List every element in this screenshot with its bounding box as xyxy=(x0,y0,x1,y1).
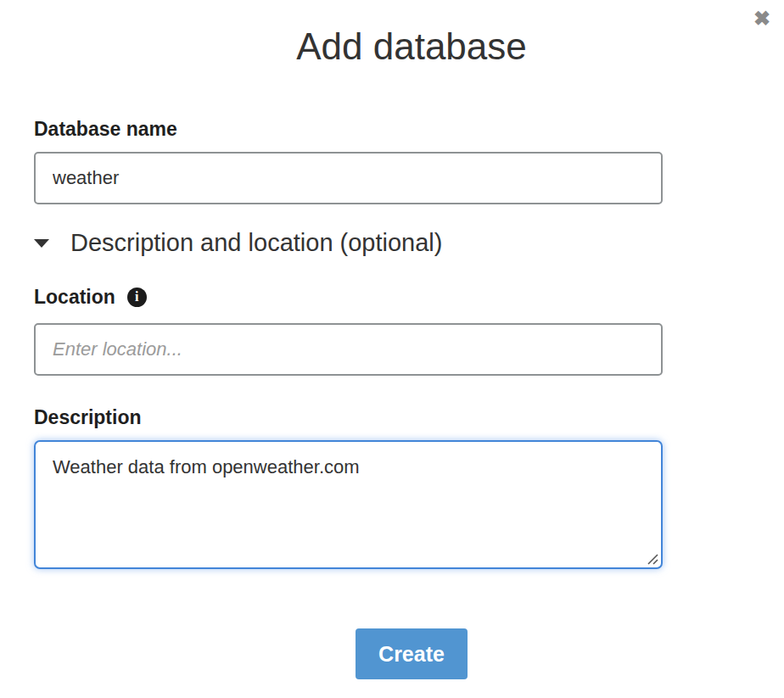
modal-actions: Create xyxy=(0,628,784,679)
section-toggle-label: Description and location (optional) xyxy=(70,230,442,257)
resize-handle-icon[interactable] xyxy=(647,553,658,565)
location-label: Location xyxy=(34,286,115,308)
database-name-label: Database name xyxy=(34,118,663,140)
description-textarea[interactable]: Weather data from openweather.com xyxy=(34,440,663,569)
create-button[interactable]: Create xyxy=(356,628,468,679)
add-database-modal: ✖ Add database Database name Description… xyxy=(0,0,784,679)
caret-down-icon xyxy=(34,239,49,248)
location-input[interactable] xyxy=(34,323,663,376)
page-title: Add database xyxy=(0,0,784,69)
description-label: Description xyxy=(34,406,663,428)
add-database-form: Database name Description and location (… xyxy=(34,118,663,569)
description-textarea-wrap: Weather data from openweather.com xyxy=(34,440,663,569)
section-toggle-description-location[interactable]: Description and location (optional) xyxy=(34,230,663,257)
close-icon[interactable]: ✖ xyxy=(753,8,770,29)
info-icon[interactable]: i xyxy=(127,288,147,307)
location-label-row: Location i xyxy=(34,286,663,308)
database-name-input[interactable] xyxy=(34,152,663,204)
